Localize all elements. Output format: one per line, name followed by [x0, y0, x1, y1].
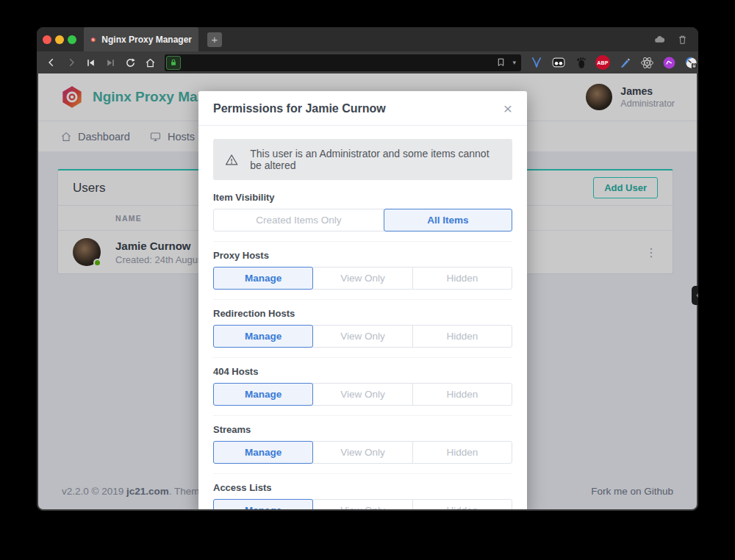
option-proxy-hosts-manage[interactable]: Manage [213, 267, 313, 290]
back-button[interactable] [41, 53, 61, 72]
alert-text: This user is an Administrator and some i… [250, 148, 501, 171]
minimize-window-button[interactable] [55, 35, 64, 44]
tab-title: Nginx Proxy Manager [101, 35, 192, 45]
option-streams-hidden[interactable]: Hidden [412, 441, 512, 464]
permission-group-redirection-hosts: ManageView OnlyHidden [213, 325, 512, 348]
browser-toolbar: ▾ ABP [37, 51, 698, 73]
new-tab-button[interactable]: + [207, 32, 222, 47]
modal-close-button[interactable]: × [503, 103, 512, 115]
permission-group-label-item-visibility: Item Visibility [213, 192, 512, 203]
permissions-modal: Permissions for Jamie Curnow × This user… [198, 91, 527, 509]
abp-label: ABP [597, 60, 608, 65]
permission-group-label-404-hosts: 404 Hosts [213, 366, 512, 377]
modal-title: Permissions for Jamie Curnow [213, 102, 386, 115]
panel-arrow-icon [694, 293, 698, 298]
bookmark-icon[interactable] [496, 57, 506, 68]
permission-group-label-proxy-hosts: Proxy Hosts [213, 250, 512, 261]
permission-group-access-lists: ManageView OnlyHidden [213, 499, 512, 509]
browser-window: Nginx Proxy Manager + [37, 27, 698, 511]
extension-atom-icon[interactable] [639, 54, 655, 71]
window-controls [37, 27, 84, 51]
option-404-hosts-view-only[interactable]: View Only [312, 383, 412, 406]
home-button[interactable] [140, 53, 160, 72]
sync-cloud-icon[interactable] [653, 33, 666, 46]
permission-group-proxy-hosts: ManageView OnlyHidden [213, 267, 512, 290]
group-divider [213, 241, 512, 242]
option-item-visibility-all-items[interactable]: All Items [384, 209, 512, 231]
option-streams-manage[interactable]: Manage [213, 441, 313, 464]
nginx-proxy-manager-app: Nginx Proxy Manager James Administrator … [38, 73, 697, 509]
ssl-lock-icon[interactable] [166, 56, 181, 70]
group-divider [213, 473, 512, 474]
option-access-lists-hidden[interactable]: Hidden [412, 499, 512, 509]
option-streams-view-only[interactable]: View Only [312, 441, 412, 464]
option-404-hosts-manage[interactable]: Manage [213, 383, 313, 406]
option-access-lists-manage[interactable]: Manage [213, 499, 313, 509]
tab-bar: Nginx Proxy Manager + [37, 27, 698, 51]
extension-gauge-icon[interactable] [683, 54, 698, 71]
close-window-button[interactable] [43, 35, 51, 44]
option-redirection-hosts-view-only[interactable]: View Only [312, 325, 412, 348]
page-viewport: Nginx Proxy Manager James Administrator … [37, 73, 698, 511]
option-access-lists-view-only[interactable]: View Only [312, 499, 412, 509]
permission-group-label-streams: Streams [213, 424, 512, 435]
option-redirection-hosts-hidden[interactable]: Hidden [412, 325, 512, 348]
group-divider [213, 299, 512, 300]
administrator-alert: This user is an Administrator and some i… [213, 139, 512, 180]
extension-goggles-icon[interactable] [551, 54, 567, 71]
rewind-button[interactable] [81, 53, 101, 72]
permission-group-label-access-lists: Access Lists [213, 482, 512, 493]
reload-button[interactable] [121, 53, 140, 72]
extension-wishbone-icon[interactable] [528, 54, 545, 71]
option-redirection-hosts-manage[interactable]: Manage [213, 325, 313, 348]
permission-group-label-redirection-hosts: Redirection Hosts [213, 308, 512, 319]
trash-icon[interactable] [677, 34, 688, 46]
group-divider [213, 415, 512, 416]
permission-group-streams: ManageView OnlyHidden [213, 441, 512, 464]
panel-toggle-handle[interactable] [692, 286, 698, 305]
extension-pen-icon[interactable] [617, 54, 633, 71]
fast-forward-button[interactable] [101, 53, 121, 72]
permission-group-item-visibility: Created Items OnlyAll Items [213, 209, 512, 231]
warning-icon [225, 152, 238, 168]
extension-adblock-plus-icon[interactable]: ABP [595, 54, 611, 71]
bookmark-caret-icon[interactable]: ▾ [512, 59, 516, 66]
option-item-visibility-created-items-only[interactable]: Created Items Only [213, 209, 384, 231]
permission-groups: Item VisibilityCreated Items OnlyAll Ite… [213, 192, 512, 509]
option-proxy-hosts-view-only[interactable]: View Only [312, 267, 412, 290]
maximize-window-button[interactable] [68, 35, 76, 44]
extension-purple-icon[interactable] [661, 54, 677, 71]
option-proxy-hosts-hidden[interactable]: Hidden [412, 267, 512, 290]
extension-gnome-foot-icon[interactable] [573, 54, 589, 71]
permission-group-404-hosts: ManageView OnlyHidden [213, 383, 512, 406]
address-bar[interactable]: ▾ [165, 54, 521, 71]
favicon-npm-logo [90, 34, 96, 46]
option-404-hosts-hidden[interactable]: Hidden [412, 383, 512, 406]
group-divider [213, 357, 512, 358]
browser-tab[interactable]: Nginx Proxy Manager [84, 27, 198, 51]
forward-button[interactable] [61, 53, 81, 72]
